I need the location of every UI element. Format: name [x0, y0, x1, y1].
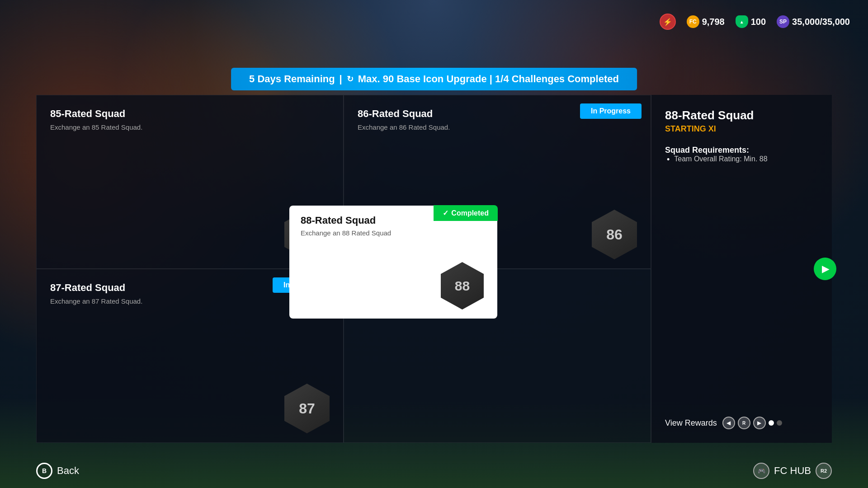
popup-card-88[interactable]: Completed 88-Rated Squad Exchange an 88 … [289, 206, 497, 319]
days-remaining: 5 Days Remaining [249, 73, 335, 85]
sp-icon: SP [777, 15, 789, 28]
popup-rating-badge: 88 [441, 262, 484, 310]
detail-subtitle: STARTING XI [665, 124, 818, 134]
back-btn-label-icon: B [42, 467, 47, 474]
card-87-badge: 87 [284, 384, 330, 433]
shield-currency: ▲ 100 [736, 15, 766, 28]
requirement-item: Team Overall Rating: Min. 88 [667, 155, 818, 164]
card-86-desc: Exchange an 86 Rated Squad. [358, 123, 637, 131]
coins-icon: FC [687, 15, 699, 28]
profile-icon: ⚡ [660, 14, 676, 30]
shield-value: 100 [751, 17, 766, 27]
nav-left-btn[interactable]: ◀ [722, 417, 735, 429]
banner-title: Max. 90 Base Icon Upgrade | 1/4 Challeng… [358, 73, 619, 85]
requirements-title: Squad Requirements: [665, 145, 818, 155]
r2-btn: R2 [816, 463, 832, 479]
fc-hub-button[interactable]: 🎮 FC HUB R2 [753, 463, 832, 479]
coins-currency: FC 9,798 [687, 15, 725, 28]
popup-status-badge: Completed [434, 205, 498, 221]
popup-status-label: Completed [451, 209, 489, 217]
refresh-icon: ↻ [347, 74, 354, 84]
popup-desc: Exchange an 88 Rated Squad [301, 229, 486, 237]
coins-value: 9,798 [702, 17, 725, 27]
view-rewards-area[interactable]: View Rewards ◀ R ▶ [665, 417, 818, 429]
status-badge-86: In Progress [580, 103, 642, 119]
detail-title: 88-Rated Squad [665, 108, 818, 122]
back-circle-icon: B [36, 463, 52, 479]
nav-right-btn[interactable]: ▶ [753, 417, 766, 429]
card-86-badge: 86 [592, 210, 637, 259]
back-button[interactable]: B Back [36, 463, 79, 479]
fc-hub-label: FC HUB [774, 465, 811, 477]
fc-hub-icon: 🎮 [753, 463, 769, 479]
dot-inactive [777, 420, 782, 426]
green-arrow-circle[interactable]: ▶ [814, 258, 836, 280]
nav-r-btn[interactable]: R [738, 417, 750, 429]
card-85-desc: Exchange an 85 Rated Squad. [50, 123, 330, 131]
sp-value: 35,000/35,000 [792, 17, 850, 27]
challenge-banner: 5 Days Remaining | ↻ Max. 90 Base Icon U… [231, 68, 637, 90]
card-85-title: 85-Rated Squad [50, 108, 330, 120]
shield-icon: ▲ [736, 15, 748, 28]
detail-panel: 88-Rated Squad STARTING XI Squad Require… [651, 95, 832, 443]
main-content: 85-Rated Squad Exchange an 85 Rated Squa… [36, 95, 832, 443]
sp-currency: SP 35,000/35,000 [777, 15, 850, 28]
view-rewards-label: View Rewards [665, 418, 717, 428]
card-87-desc: Exchange an 87 Rated Squad. [50, 297, 330, 305]
dot-active [769, 420, 774, 426]
checkmark-icon [443, 209, 448, 217]
top-bar: ⚡ FC 9,798 ▲ 100 SP 35,000/35,000 [660, 14, 850, 30]
bottom-bar: B Back 🎮 FC HUB R2 [36, 463, 832, 479]
back-label: Back [57, 465, 79, 477]
profile-icon-symbol: ⚡ [663, 18, 672, 26]
cards-section: 85-Rated Squad Exchange an 85 Rated Squa… [36, 95, 651, 443]
banner-separator: | [340, 73, 342, 85]
